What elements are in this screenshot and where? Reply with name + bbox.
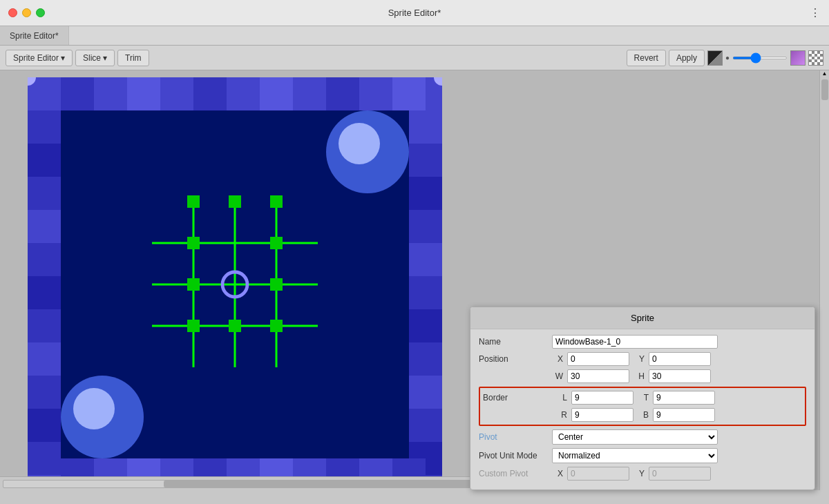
border-b-input[interactable]	[653, 408, 715, 422]
r-label: R	[556, 410, 567, 420]
slice-dropdown[interactable]: Slice ▾	[75, 50, 115, 66]
minimize-button[interactable]	[22, 8, 31, 17]
svg-rect-67	[187, 320, 200, 332]
svg-rect-23	[326, 77, 359, 110]
pivot-row: Pivot Center Top Left Top Bottom Custom	[479, 429, 806, 445]
t-label: T	[638, 393, 649, 403]
border-row-lt: Border L T	[483, 391, 802, 405]
svg-rect-7	[28, 243, 61, 276]
svg-rect-9	[28, 309, 61, 342]
svg-rect-61	[229, 195, 241, 208]
w-label: W	[552, 371, 563, 381]
pivot-unit-mode-row: Pivot Unit Mode Normalized Pixels	[479, 448, 806, 463]
x-label: X	[552, 354, 563, 364]
svg-rect-29	[409, 177, 442, 210]
svg-rect-16	[94, 77, 127, 110]
name-label: Name	[479, 337, 548, 347]
svg-rect-20	[227, 77, 260, 110]
svg-rect-10	[28, 342, 61, 376]
color-picker[interactable]	[707, 50, 723, 66]
svg-rect-35	[409, 376, 442, 409]
svg-rect-3	[28, 110, 61, 144]
border-l-input[interactable]	[571, 391, 633, 405]
svg-rect-28	[409, 144, 442, 177]
position-row-wh: W H	[479, 369, 806, 383]
border-row-rb: R B	[483, 408, 802, 422]
custom-pivot-x-input[interactable]	[567, 467, 629, 481]
svg-rect-31	[409, 243, 442, 276]
trim-button[interactable]: Trim	[117, 50, 149, 66]
border-r-input[interactable]	[571, 408, 633, 422]
svg-rect-13	[28, 442, 61, 475]
scroll-up-arrow[interactable]: ▲	[822, 70, 828, 77]
svg-rect-5	[28, 177, 61, 210]
custom-pivot-label: Custom Pivot	[479, 469, 548, 478]
traffic-lights	[8, 8, 45, 17]
name-row: Name	[479, 335, 806, 349]
custom-pivot-x-label: X	[552, 469, 563, 478]
custom-pivot-row: Custom Pivot X Y	[479, 467, 806, 481]
svg-rect-68	[229, 320, 241, 332]
custom-pivot-y-input[interactable]	[649, 467, 711, 481]
svg-rect-15	[61, 77, 94, 110]
sprite-editor-dropdown[interactable]: Sprite Editor ▾	[6, 50, 73, 66]
border-t-input[interactable]	[653, 391, 715, 405]
position-x-input[interactable]	[567, 352, 629, 366]
more-icon[interactable]: ⋮	[810, 6, 821, 19]
svg-rect-62	[270, 195, 283, 208]
svg-rect-33	[409, 309, 442, 342]
svg-rect-17	[127, 77, 160, 110]
svg-rect-66	[270, 278, 283, 291]
y-label: Y	[633, 354, 645, 364]
svg-rect-60	[187, 195, 200, 208]
svg-rect-19	[193, 77, 227, 110]
svg-rect-25	[392, 77, 426, 110]
zoom-slider-container: ●	[725, 50, 806, 66]
svg-rect-4	[28, 144, 61, 177]
position-row-xy: Position X Y	[479, 352, 806, 366]
title-bar: Sprite Editor* ⋮	[0, 0, 829, 26]
color-preview[interactable]	[790, 50, 806, 66]
svg-rect-18	[160, 77, 193, 110]
sprite-image	[28, 77, 442, 490]
toolbar: Sprite Editor ▾ Slice ▾ Trim Revert Appl…	[0, 46, 829, 70]
checkerboard-toggle[interactable]	[808, 50, 823, 66]
pivot-unit-label: Pivot Unit Mode	[479, 451, 548, 461]
vertical-scrollbar[interactable]: ▲	[819, 70, 829, 490]
svg-rect-6	[28, 210, 61, 243]
custom-pivot-y-label: Y	[633, 469, 645, 478]
maximize-button[interactable]	[36, 8, 45, 17]
scroll-thumb[interactable]	[821, 79, 828, 100]
zoom-slider[interactable]	[732, 57, 788, 59]
svg-rect-24	[359, 77, 392, 110]
svg-rect-65	[187, 278, 200, 291]
svg-rect-12	[28, 409, 61, 442]
close-button[interactable]	[8, 8, 17, 17]
apply-button[interactable]: Apply	[669, 50, 705, 66]
svg-point-51	[339, 123, 380, 164]
tab-sprite-editor-active[interactable]: Sprite Editor*	[0, 26, 69, 45]
svg-rect-22	[293, 77, 326, 110]
sprite-properties-panel: Sprite Name Position X Y W H Border	[470, 307, 815, 490]
width-input[interactable]	[567, 369, 629, 383]
svg-rect-64	[270, 237, 283, 249]
slider-dot-icon: ●	[725, 54, 730, 61]
svg-rect-69	[270, 320, 283, 332]
height-input[interactable]	[649, 369, 711, 383]
svg-rect-63	[187, 237, 200, 249]
tab-strip: Sprite Editor*	[0, 26, 829, 46]
pivot-select[interactable]: Center Top Left Top Bottom Custom	[552, 429, 718, 445]
svg-rect-11	[28, 376, 61, 409]
position-y-input[interactable]	[649, 352, 711, 366]
h-label: H	[633, 371, 645, 381]
svg-rect-27	[409, 110, 442, 144]
window-title: Sprite Editor*	[388, 8, 441, 18]
name-input[interactable]	[552, 335, 718, 349]
svg-rect-8	[28, 276, 61, 309]
svg-rect-32	[409, 276, 442, 309]
position-label: Position	[479, 354, 548, 364]
revert-button[interactable]: Revert	[627, 50, 666, 66]
svg-rect-21	[260, 77, 293, 110]
l-label: L	[556, 393, 567, 403]
pivot-unit-select[interactable]: Normalized Pixels	[552, 448, 718, 463]
